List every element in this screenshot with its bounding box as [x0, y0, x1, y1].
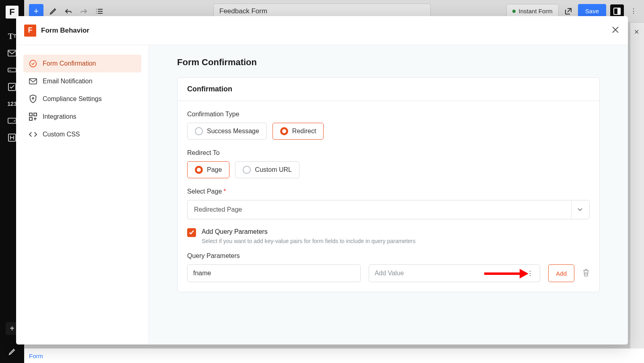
select-page-label: Select Page* [187, 188, 590, 195]
trash-icon[interactable] [582, 268, 590, 278]
add-query-description: Select if you want to add key-value pair… [202, 238, 415, 244]
svg-rect-0 [8, 50, 16, 56]
svg-rect-1 [8, 68, 16, 72]
add-param-button[interactable]: Add [548, 264, 574, 282]
sidebar-item-label: Compliance Settings [43, 95, 102, 103]
breadcrumb-item[interactable]: Form [29, 353, 43, 359]
modal-close-button[interactable] [611, 25, 620, 36]
confirmation-type-label: Confirmation Type [187, 111, 590, 118]
more-icon[interactable]: ⋮ [628, 6, 639, 17]
radio-icon [243, 166, 251, 174]
radio-success-message[interactable]: Success Message [187, 123, 267, 140]
sidebar-item-custom-css[interactable]: Custom CSS [23, 126, 141, 143]
code-icon [29, 130, 37, 138]
external-link-icon[interactable] [563, 6, 574, 17]
svg-rect-10 [29, 118, 32, 120]
checkbox-checked-icon [187, 228, 196, 237]
select-page-dropdown[interactable]: Redirected Page [187, 200, 590, 219]
radio-icon [195, 166, 203, 174]
modal-content: Form Confirmation Confirmation Confirmat… [149, 45, 628, 344]
shield-icon [29, 95, 37, 103]
query-value-input-wrap: ⋮ [369, 264, 541, 282]
sidebar-item-form-confirmation[interactable]: Form Confirmation [23, 55, 141, 72]
sidebar-item-email-notification[interactable]: Email Notification [23, 72, 141, 90]
kebab-menu-icon[interactable]: ⋮ [524, 270, 536, 277]
radio-page[interactable]: Page [187, 161, 229, 178]
modal-sidebar: Form Confirmation Email Notification Com… [16, 45, 149, 344]
grid-icon [29, 113, 37, 121]
modal-title: Form Behavior [41, 27, 89, 35]
breadcrumb: Form [0, 349, 644, 363]
svg-rect-9 [34, 113, 37, 116]
sidebar-item-label: Email Notification [43, 78, 93, 85]
section-title: Form Confirmation [177, 57, 600, 68]
card-header: Confirmation [178, 78, 599, 101]
chevron-down-icon [571, 200, 583, 219]
radio-custom-url[interactable]: Custom URL [235, 161, 299, 178]
radio-redirect[interactable]: Redirect [272, 123, 324, 140]
radio-icon [280, 127, 288, 135]
check-circle-icon [29, 60, 37, 68]
modal-logo-icon: F [24, 25, 36, 37]
redirect-to-label: Redirect To [187, 149, 590, 157]
sidebar-item-label: Form Confirmation [43, 60, 96, 67]
add-query-label: Add Query Parameters [202, 228, 415, 235]
query-params-label: Query Parameters [187, 252, 590, 260]
radio-icon [195, 127, 203, 135]
svg-point-5 [30, 60, 37, 67]
sidebar-item-compliance[interactable]: Compliance Settings [23, 90, 141, 108]
modal-header: F Form Behavior [16, 16, 628, 45]
redo-icon[interactable] [78, 6, 89, 17]
undo-icon[interactable] [63, 6, 74, 17]
svg-rect-6 [29, 78, 37, 84]
query-value-input[interactable] [375, 270, 525, 277]
svg-point-7 [32, 97, 34, 99]
mail-icon [29, 77, 37, 85]
right-panel-edge: ✕ [630, 23, 644, 363]
list-icon[interactable] [93, 6, 105, 17]
confirmation-card: Confirmation Confirmation Type Success M… [177, 77, 600, 292]
svg-rect-8 [29, 113, 32, 116]
pencil-icon[interactable] [47, 6, 59, 17]
status-dot [512, 10, 516, 13]
form-behavior-modal: F Form Behavior Form Confirmation Email … [16, 16, 628, 344]
sidebar-item-label: Integrations [43, 113, 76, 120]
close-icon[interactable]: ✕ [630, 26, 642, 38]
edit-icon[interactable] [6, 346, 18, 357]
query-key-input[interactable] [187, 264, 361, 282]
add-query-checkbox-row[interactable]: Add Query Parameters Select if you want … [187, 228, 590, 244]
sidebar-item-integrations[interactable]: Integrations [23, 108, 141, 126]
sidebar-item-label: Custom CSS [43, 131, 80, 138]
